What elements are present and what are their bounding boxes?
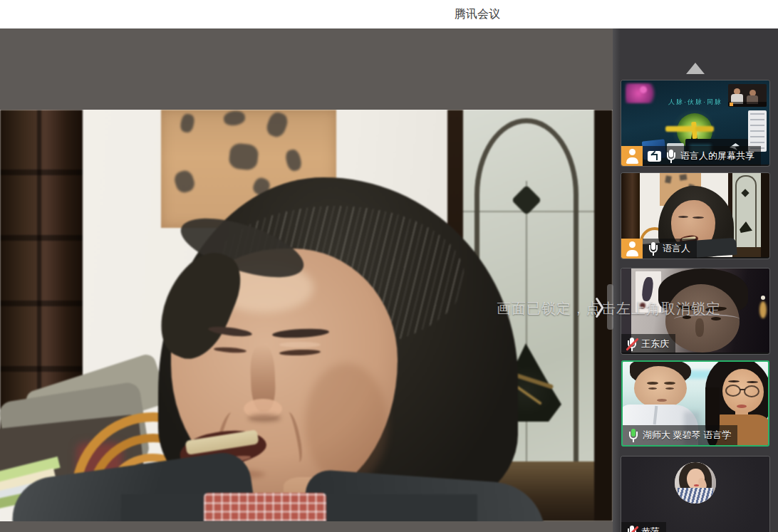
decoration: 语言人 xyxy=(643,239,697,259)
participant-label: 语言人 xyxy=(621,239,697,259)
mic-muted-icon xyxy=(626,338,637,351)
decoration xyxy=(744,385,759,397)
participants-sidebar: 人脉·伙脉·同脉 xyxy=(613,28,778,532)
mic-on-icon xyxy=(665,150,676,163)
decoration xyxy=(279,342,321,348)
participant-label: 语言人的屏幕共享 xyxy=(621,146,761,166)
decoration xyxy=(750,113,764,149)
decoration: 黄萍 xyxy=(621,522,666,532)
participant-thumbnail-hushida[interactable]: 湖师大 粟碧琴 语言学 xyxy=(621,360,769,447)
decoration xyxy=(695,318,704,337)
decoration xyxy=(648,387,657,390)
decoration xyxy=(665,126,694,132)
triangle-up-icon xyxy=(686,63,705,74)
participant-label: 王东庆 xyxy=(621,334,675,354)
decoration xyxy=(179,113,195,133)
decoration xyxy=(629,432,638,439)
decoration xyxy=(740,389,745,390)
decoration xyxy=(737,405,747,408)
mic-on-icon xyxy=(648,242,658,256)
participant-label: 黄萍 xyxy=(621,522,666,532)
decoration xyxy=(653,253,654,256)
decoration xyxy=(37,110,41,432)
decoration xyxy=(730,103,733,106)
decoration xyxy=(678,216,688,218)
decoration xyxy=(695,126,714,132)
decoration xyxy=(665,175,672,183)
decoration xyxy=(670,160,672,163)
meeting-window: 腾讯会议 xyxy=(0,0,778,532)
decoration xyxy=(248,414,281,422)
decoration xyxy=(228,142,259,171)
decoration xyxy=(631,348,633,351)
decoration xyxy=(728,102,767,107)
participant-thumbnail-screen-share[interactable]: 人脉·伙脉·同脉 xyxy=(621,80,769,166)
decoration: 语言人的屏幕共享 xyxy=(643,146,761,166)
avatar xyxy=(675,462,716,504)
decoration xyxy=(747,381,758,383)
lock-toast: 画面已锁定，点击左上角取消锁定 xyxy=(497,299,721,318)
decoration xyxy=(667,152,675,160)
plaid-shirt xyxy=(204,493,326,521)
mic-speaking-icon xyxy=(628,429,638,442)
avatar-preview xyxy=(621,457,769,532)
decoration xyxy=(223,110,246,127)
decoration xyxy=(628,528,636,532)
host-badge-icon xyxy=(621,239,643,259)
decoration xyxy=(664,382,675,385)
decoration xyxy=(657,399,667,402)
decoration xyxy=(693,217,704,219)
participant-name: 黄萍 xyxy=(641,526,660,532)
decoration xyxy=(634,366,687,409)
participant-name: 语言人的屏幕共享 xyxy=(680,150,754,162)
decoration xyxy=(647,382,658,385)
decoration: 王东庆 xyxy=(621,334,675,354)
participant-name: 湖师大 粟碧琴 语言学 xyxy=(643,429,731,442)
participant-name: 王东庆 xyxy=(641,338,669,350)
share-inset-video xyxy=(728,84,767,107)
decoration xyxy=(728,380,740,382)
decoration xyxy=(735,175,757,247)
decoration xyxy=(665,387,674,390)
participant-label: 湖师大 粟碧琴 语言学 xyxy=(623,425,737,445)
window-title: 腾讯会议 xyxy=(455,7,500,22)
participant-thumbnail-huangping[interactable]: 黄萍 xyxy=(621,457,769,532)
decoration xyxy=(621,173,640,244)
mic-muted-icon xyxy=(626,526,637,532)
decoration xyxy=(725,385,741,397)
decoration xyxy=(284,148,304,172)
decoration xyxy=(679,174,687,180)
main-stage[interactable] xyxy=(0,28,613,532)
decoration xyxy=(761,173,769,257)
decoration xyxy=(641,276,655,302)
decoration xyxy=(694,484,699,486)
chevron-right-icon[interactable] xyxy=(596,296,607,319)
decoration xyxy=(633,439,634,442)
decoration xyxy=(264,110,290,140)
decoration xyxy=(305,363,388,484)
decoration xyxy=(628,340,636,348)
participant-name: 语言人 xyxy=(663,242,690,255)
decoration xyxy=(640,86,647,93)
participant-thumbnail-speaker[interactable]: 语言人 xyxy=(621,173,769,259)
decoration xyxy=(759,301,767,318)
title-bar: 腾讯会议 xyxy=(0,0,778,28)
host-badge-icon xyxy=(621,146,643,166)
decoration: 湖师大 粟碧琴 语言学 xyxy=(623,425,737,445)
decoration xyxy=(649,245,658,253)
screen-share-icon xyxy=(648,151,661,162)
decoration xyxy=(761,296,765,300)
collapse-panel-button[interactable] xyxy=(613,60,778,77)
decoration xyxy=(172,169,197,195)
decoration xyxy=(732,173,761,247)
